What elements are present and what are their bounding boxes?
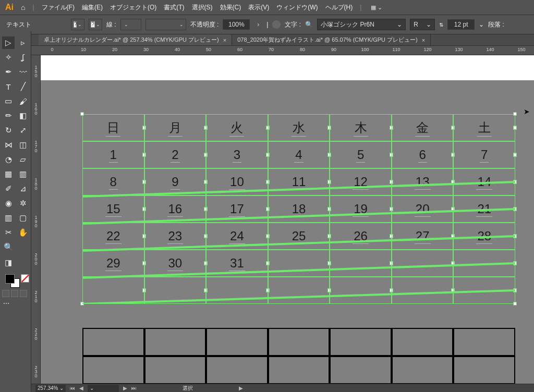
calendar-cell[interactable]: 19 [330, 195, 392, 223]
slice-tool[interactable]: ✂ [2, 226, 15, 239]
symbol-sprayer-tool[interactable]: ✲ [17, 197, 29, 210]
calendar-cell[interactable] [453, 250, 515, 277]
brush-tool[interactable]: 🖌 [17, 95, 29, 107]
calendar-cell[interactable] [268, 277, 330, 304]
free-transform-tool[interactable]: ◫ [17, 139, 29, 151]
menu-effect[interactable]: 効果(C) [220, 3, 241, 12]
calendar-cell[interactable]: 8 [82, 168, 144, 195]
home-icon[interactable]: ⌂ [21, 3, 25, 11]
calendar-cell[interactable] [144, 356, 207, 384]
gradient-tool[interactable]: ▥ [17, 168, 29, 180]
calendar-cell[interactable] [392, 277, 454, 304]
calendar-cell[interactable] [206, 328, 268, 356]
canvas[interactable]: 日月火水木金土123456789101112131415161718192021… [41, 55, 534, 384]
calendar-cell[interactable]: 2 [144, 141, 207, 168]
tab-document-1[interactable]: 卓上オリジナルカレンダー.ai* @ 257.34% (CMYK/GPU プレビ… [39, 34, 232, 45]
artboard-nav-dropdown[interactable]: ⌄ [88, 385, 119, 392]
calendar-cell[interactable] [453, 277, 515, 304]
mesh-tool[interactable]: ▦ [2, 168, 15, 180]
calendar-cell[interactable]: 12 [330, 168, 392, 195]
width-tool[interactable]: ⋈ [2, 139, 15, 151]
menu-file[interactable]: ファイル(F) [42, 3, 75, 12]
calendar-cell[interactable] [330, 277, 392, 304]
magic-wand-tool[interactable]: ✧ [2, 51, 15, 64]
rectangle-tool[interactable]: ▭ [2, 95, 15, 107]
stroke-profile[interactable]: ⌄ [145, 19, 186, 30]
menu-object[interactable]: オブジェクト(O) [110, 3, 156, 12]
calendar-cell[interactable]: 10 [206, 168, 268, 195]
line-tool[interactable]: ╱ [17, 80, 29, 93]
calendar-cell[interactable]: 6 [392, 141, 454, 168]
stroke-dropdown[interactable]: ?⌄ [89, 19, 102, 30]
calendar-cell[interactable] [453, 356, 515, 384]
graph-tool[interactable]: ▥ [2, 212, 15, 224]
opacity-value[interactable]: 100% [223, 19, 250, 30]
direct-select-tool[interactable]: ▹ [17, 36, 29, 49]
close-icon[interactable]: × [422, 37, 425, 43]
close-icon[interactable]: × [223, 37, 226, 43]
calendar-cell[interactable]: 25 [268, 223, 330, 250]
calendar-cell[interactable] [392, 250, 454, 277]
globe-icon[interactable] [272, 20, 281, 29]
calendar-cell[interactable]: 20 [392, 195, 454, 223]
calendar-cell[interactable]: 14 [453, 168, 515, 195]
calendar-grid-selected[interactable]: 日月火水木金土123456789101112131415161718192021… [82, 114, 515, 304]
blend-tool[interactable]: ◉ [2, 197, 15, 210]
calendar-cell[interactable] [392, 328, 454, 356]
calendar-cell[interactable]: 22 [82, 223, 144, 250]
calendar-header-cell[interactable]: 土 [453, 114, 515, 141]
menu-help[interactable]: ヘルプ(H) [325, 3, 353, 12]
calendar-header-cell[interactable]: 月 [144, 114, 207, 141]
shaper-tool[interactable]: ✏ [2, 109, 15, 122]
calendar-cell[interactable]: 23 [144, 223, 207, 250]
color-mode-icon[interactable] [2, 290, 9, 297]
calendar-header-cell[interactable]: 木 [330, 114, 392, 141]
draw-mode-icon[interactable] [11, 290, 18, 297]
calendar-cell[interactable] [82, 277, 144, 304]
type-tool[interactable]: T [2, 80, 15, 93]
fill-dropdown[interactable]: ?⌄ [71, 19, 84, 30]
calendar-cell[interactable] [268, 356, 330, 384]
last-icon[interactable]: ⏭ [131, 385, 137, 391]
calendar-cell[interactable]: 9 [144, 168, 207, 195]
calendar-cell[interactable]: 28 [453, 223, 515, 250]
hand-tool[interactable]: ✋ [17, 226, 29, 239]
calendar-cell[interactable]: 7 [453, 141, 515, 168]
calendar-header-cell[interactable]: 金 [392, 114, 454, 141]
color-swatches[interactable] [2, 273, 29, 289]
calendar-cell[interactable] [206, 277, 268, 304]
calendar-header-cell[interactable]: 日 [82, 114, 144, 141]
menu-edit[interactable]: 編集(E) [82, 3, 103, 12]
calendar-cell[interactable]: 30 [144, 250, 207, 277]
eraser-tool[interactable]: ◧ [17, 109, 29, 122]
rotate-tool[interactable]: ↻ [2, 124, 15, 137]
toggle-fill-stroke-tool[interactable]: ◨ [2, 256, 15, 269]
calendar-cell[interactable]: 26 [330, 223, 392, 250]
calendar-cell[interactable]: 21 [453, 195, 515, 223]
lasso-tool[interactable]: ʆ [17, 51, 29, 64]
arrow-right-icon[interactable]: › [254, 21, 262, 28]
screen-mode-icon[interactable] [20, 290, 27, 297]
tab-document-2[interactable]: 078_2020年賀ねずみイラスト.ai* @ 65.07% (CMYK/GPU… [232, 34, 431, 45]
calendar-cell[interactable]: 4 [268, 141, 330, 168]
artboard-tool[interactable]: ▢ [17, 212, 29, 224]
calendar-cell[interactable]: 13 [392, 168, 454, 195]
font-size[interactable]: 12 pt [447, 19, 475, 30]
layout-grid-icon[interactable]: ▦ ⌄ [371, 4, 382, 11]
calendar-grid-2[interactable] [82, 328, 515, 384]
play-icon[interactable]: ▶ [239, 385, 243, 391]
calendar-header-cell[interactable]: 水 [268, 114, 330, 141]
next-icon[interactable]: ▶ [123, 385, 127, 391]
calendar-cell[interactable] [206, 356, 268, 384]
edit-toolbar-icon[interactable]: ⋯ [2, 299, 10, 308]
perspective-tool[interactable]: ▱ [17, 153, 29, 166]
stroke-weight[interactable]: ⌄ [120, 19, 141, 30]
prev-icon[interactable]: ◀ [79, 385, 83, 391]
calendar-cell[interactable]: 17 [206, 195, 268, 223]
calendar-cell[interactable]: 18 [268, 195, 330, 223]
calendar-cell[interactable] [392, 356, 454, 384]
calendar-cell[interactable] [330, 328, 392, 356]
zoom-dropdown[interactable]: 257.34% ⌄ [35, 385, 66, 392]
none-swatch[interactable] [21, 274, 29, 283]
calendar-cell[interactable] [330, 250, 392, 277]
